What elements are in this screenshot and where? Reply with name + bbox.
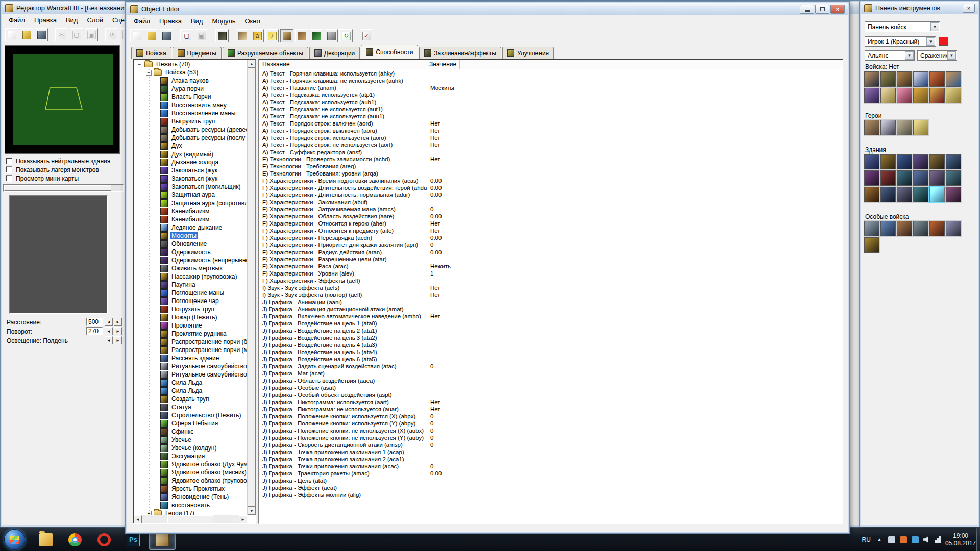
spin-left-icon[interactable]: ◄ <box>105 327 113 335</box>
tree-item[interactable]: Проклятие рудника <box>134 330 247 338</box>
tab-Декорации[interactable]: Декорации <box>309 47 360 59</box>
property-row[interactable]: J) Графика - Точки приложения заклинания… <box>259 463 842 470</box>
copy-button[interactable]: ▢ <box>180 29 193 42</box>
tree-item[interactable]: Увечье (колдун) <box>134 444 247 452</box>
property-row[interactable]: J) Графика - Включено автоматическое нав… <box>259 313 842 320</box>
menu-item-Вид[interactable]: Вид <box>61 15 83 25</box>
tree-item[interactable]: Рассеять здание <box>134 354 247 362</box>
tree-item[interactable]: −Войска (53) <box>134 68 247 77</box>
scroll-down-icon[interactable]: ▼ <box>248 507 256 515</box>
property-row[interactable]: J) Графика - Воздействие на цель 1 (ata0… <box>259 320 842 327</box>
property-row[interactable]: J) Графика - Положение кнопки: используе… <box>259 420 842 427</box>
tree-item[interactable]: Поглощение маны <box>134 289 247 297</box>
property-row[interactable]: A) Текст - Подсказка: используется (aub1… <box>259 98 842 106</box>
tree-item[interactable]: Ядовитое облако (мясник) <box>134 468 247 477</box>
object-editor-button[interactable] <box>280 29 293 42</box>
scroll-left-icon[interactable]: ◄ <box>134 515 142 523</box>
palette-icon[interactable] <box>864 237 879 253</box>
open-file-button[interactable] <box>20 28 33 41</box>
palette-icon[interactable] <box>913 120 928 135</box>
palette-icon[interactable] <box>929 170 945 186</box>
checkbox[interactable] <box>6 158 12 164</box>
tree-item[interactable]: Одержимость (непрерывно <box>134 256 247 264</box>
palette-icon[interactable] <box>897 187 912 202</box>
property-row[interactable]: J) Графика - Задать сценарий воздействия… <box>259 363 842 370</box>
tree-item[interactable]: Увечье <box>134 436 247 444</box>
property-row[interactable]: J) Графика - Скорость дистанционной атак… <box>259 441 842 448</box>
property-row[interactable]: F) Характеристики - Приоритет для кражи … <box>259 241 842 248</box>
property-row[interactable]: J) Графика - Эффекты молнии (alig) <box>259 491 842 498</box>
property-row[interactable]: F) Характеристики - Уровни (alev)1 <box>259 270 842 277</box>
tab-Способности[interactable]: Способности <box>361 45 418 59</box>
tab-Заклинания/эффекты[interactable]: Заклинания/эффекты <box>419 47 501 59</box>
spin-right-icon[interactable]: ► <box>114 327 122 335</box>
palette-icon[interactable] <box>929 187 945 202</box>
scrollbar-thumb[interactable] <box>248 68 256 507</box>
property-row[interactable]: F) Характеристики - Длительность: нормал… <box>259 191 842 198</box>
tree-item[interactable]: Каннибализм <box>134 215 247 223</box>
property-row[interactable]: A) Текст - Порядок строк: не используетс… <box>259 141 842 148</box>
property-row[interactable]: F) Характеристики - Относится к предмету… <box>259 227 842 234</box>
oe-titlebar[interactable]: Object Editor × <box>127 3 848 15</box>
menu-item-Правка[interactable]: Правка <box>30 15 61 25</box>
scrollbar-thumb[interactable] <box>167 515 213 523</box>
tree-item[interactable]: Защитная аура <box>134 191 247 199</box>
palette-icon[interactable] <box>864 170 879 186</box>
taskbar-opera[interactable] <box>91 529 117 550</box>
palette-icon[interactable] <box>913 187 928 202</box>
hide-level-button[interactable] <box>215 29 229 42</box>
palette-icon[interactable] <box>946 170 961 186</box>
minimize-button[interactable] <box>800 5 814 14</box>
tree-item[interactable]: Сила Льда <box>134 387 247 395</box>
field-value[interactable]: 500 <box>86 318 103 326</box>
property-row[interactable]: J) Графика - Особые (asat) <box>259 384 842 391</box>
tray-app-icon[interactable] <box>888 536 895 543</box>
tree-item[interactable]: Ядовитое облако (Дух Чум <box>134 460 247 468</box>
tree-item[interactable]: Аура порчи <box>134 85 247 93</box>
terrain-editor-button[interactable] <box>236 29 249 42</box>
tree-item[interactable]: Дыхание холода <box>134 158 247 166</box>
property-row[interactable]: F) Характеристики - Радиус действия (ara… <box>259 248 842 256</box>
palette-icon[interactable] <box>929 154 945 169</box>
tab-Войска[interactable]: Войска <box>131 47 172 59</box>
tree-item[interactable]: Пассажир (труповозка) <box>134 272 247 281</box>
palette-icon[interactable] <box>913 154 928 169</box>
property-row[interactable]: A) Текст - Подсказка: не используется (a… <box>259 113 842 120</box>
tree-item[interactable]: Москиты <box>134 232 247 240</box>
tree-item[interactable]: Закопаться (жук <box>134 166 247 174</box>
palette-icon[interactable] <box>897 88 912 103</box>
tray-app-icon[interactable] <box>900 536 907 543</box>
tree-item[interactable]: Ясновидение (Тень) <box>134 493 247 501</box>
scroll-right-icon[interactable]: ► <box>239 515 247 523</box>
ai-editor-button[interactable] <box>310 29 323 42</box>
property-row[interactable]: J) Графика - Маг (acat) <box>259 370 842 377</box>
property-row[interactable]: F) Характеристики - Затрачиваемая мана (… <box>259 206 842 213</box>
palette-icon[interactable] <box>897 120 912 135</box>
property-row[interactable]: E) Технологии - Требования (areq) <box>259 163 842 170</box>
property-row[interactable]: J) Графика - Положение кнопки: не исполь… <box>259 434 842 441</box>
expand-box[interactable]: + <box>146 511 152 515</box>
minimap[interactable] <box>5 45 120 154</box>
property-row[interactable]: A) Текст - Порядок строк: выключен (aoru… <box>259 127 842 134</box>
tree-item[interactable]: Распространение порчи (ма <box>134 346 247 354</box>
property-row[interactable]: A) Текст - Горячая клавиша: не используе… <box>259 77 842 84</box>
palette-icon[interactable] <box>880 120 896 135</box>
property-row[interactable]: J) Графика - Пиктограмма: используется (… <box>259 398 842 406</box>
tree-item[interactable]: Распространение порчи (бо <box>134 338 247 346</box>
tree-item[interactable]: Проклятие <box>134 321 247 330</box>
property-row[interactable]: F) Характеристики - Раса (arac)Нежить <box>259 263 842 270</box>
tray-expand-icon[interactable]: ▲ <box>875 536 884 544</box>
property-row[interactable]: A) Текст - Суффикс редактора (ansf) <box>259 148 842 156</box>
property-row[interactable]: J) Графика - Воздействие на цель 2 (ata1… <box>259 327 842 334</box>
spin-left-icon[interactable]: ◄ <box>105 336 113 344</box>
palette-icon[interactable] <box>929 88 945 103</box>
palette-icon[interactable] <box>864 221 879 236</box>
menu-item-Слой[interactable]: Слой <box>82 15 108 25</box>
tray-app-icon[interactable] <box>912 536 919 543</box>
tree-item[interactable]: Сфера Небытия <box>134 419 247 428</box>
new-document-button[interactable] <box>130 29 143 42</box>
property-row[interactable]: J) Графика - Воздействие на цель 3 (ata2… <box>259 334 842 341</box>
palette-icon[interactable] <box>864 120 879 135</box>
property-row[interactable]: F) Характеристики - Длительность воздейс… <box>259 184 842 191</box>
property-row[interactable]: A) Текст - Горячая клавиша: используется… <box>259 70 842 77</box>
